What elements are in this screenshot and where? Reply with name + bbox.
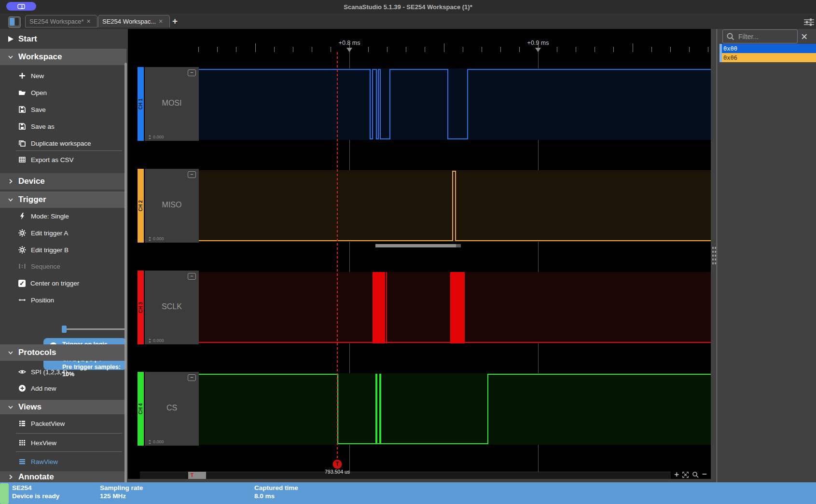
- tab-close-icon[interactable]: ×: [159, 17, 163, 25]
- item-label: HexView: [31, 439, 56, 447]
- channel-color-strip[interactable]: CH 2: [138, 169, 144, 243]
- section-label: Protocols: [18, 348, 56, 357]
- sidebar-item-spi-protocol[interactable]: SPI (1,2,3,4): [0, 367, 126, 377]
- zoom-out-icon[interactable]: −: [702, 470, 707, 479]
- channel-label-panel[interactable]: MISO−0.000: [145, 169, 199, 243]
- decoded-value-row[interactable]: 0x00: [719, 44, 816, 53]
- waveform-segment: [199, 240, 452, 241]
- sidebar-item-duplicate-workspace[interactable]: Duplicate workspace: [0, 138, 126, 149]
- offset-value: 0.000: [153, 135, 164, 139]
- sidebar-section-protocols[interactable]: Protocols: [0, 344, 126, 361]
- horizontal-scrollbar-track[interactable]: [140, 472, 671, 479]
- channel-color-strip[interactable]: CH 1: [138, 67, 144, 141]
- item-label: Save as: [31, 123, 55, 130]
- sidebar-section-device[interactable]: Device: [0, 173, 126, 190]
- clock-burst-block: [450, 272, 465, 343]
- ruler-tick: [293, 47, 293, 52]
- ruler-tick: [689, 47, 690, 52]
- floppy-save-icon: [18, 106, 26, 113]
- sidebar-section-trigger[interactable]: Trigger: [0, 191, 126, 208]
- time-marker-label: +0.9 ms: [527, 40, 549, 46]
- decoded-value: 0x00: [723, 45, 737, 52]
- hex-grid-icon: [18, 439, 26, 447]
- sidebar-section-workspace[interactable]: Workspace: [0, 49, 126, 65]
- sidebar-item-edit-trigger-b[interactable]: Edit trigger B: [0, 245, 126, 255]
- time-marker-label: +0.8 ms: [339, 40, 360, 46]
- waveform-segment: [199, 374, 337, 375]
- filter-box[interactable]: [722, 29, 798, 43]
- channel-minimize-button[interactable]: −: [188, 69, 196, 76]
- sidebar-item-center-on-trigger[interactable]: ✓ Center on trigger: [0, 278, 126, 288]
- new-tab-button[interactable]: +: [172, 16, 178, 26]
- sidebar-divider: [16, 150, 122, 151]
- waveform-edge: [376, 374, 377, 444]
- tab-close-icon[interactable]: ×: [87, 17, 91, 25]
- waveform-segment: [455, 240, 711, 241]
- waveform-edge: [372, 69, 373, 139]
- decoded-value-row[interactable]: 0x06: [719, 53, 816, 62]
- tab-workspace-2-active[interactable]: SE254 Workspac... ×: [98, 15, 170, 27]
- copy-icon: [18, 139, 26, 147]
- channel-minimize-button[interactable]: −: [188, 171, 196, 178]
- status-captured-time: Captured time 8.0 ms: [254, 484, 298, 500]
- zoom-in-icon[interactable]: +: [674, 470, 679, 479]
- chevron-right-icon: [6, 474, 15, 480]
- ruler-tick: [312, 47, 312, 52]
- ruler-tick: [274, 47, 275, 52]
- ruler-tick: [255, 43, 256, 52]
- status-sampling-rate: Sampling rate 125 MHz: [100, 484, 143, 500]
- waveform-edge: [380, 374, 381, 444]
- panel-close-icon[interactable]: ×: [801, 30, 807, 43]
- waveform-segment: [199, 69, 370, 70]
- position-slider-track[interactable]: [62, 328, 124, 330]
- checkbox-checked-icon[interactable]: ✓: [18, 280, 26, 287]
- sidebar-item-new[interactable]: New: [0, 70, 126, 81]
- item-label: Edit trigger A: [31, 230, 68, 237]
- channel-label-panel[interactable]: MOSI−0.000: [145, 67, 199, 141]
- sidebar-item-save-as[interactable]: Save as: [0, 121, 126, 132]
- ruler-tick: [444, 43, 444, 52]
- channel-label-panel[interactable]: SCLK−0.000: [145, 271, 199, 344]
- horizontal-scrollbar-thumb[interactable]: T: [188, 472, 206, 479]
- sidebar-section-start[interactable]: Start: [0, 31, 126, 47]
- ruler-tick: [633, 43, 633, 52]
- sidebar-item-rawview-active[interactable]: RawView: [0, 456, 126, 467]
- sidebar-item-add-protocol[interactable]: Add new: [0, 383, 126, 394]
- channel-id-label: CH 4: [138, 403, 143, 414]
- sidebar-item-export-csv[interactable]: Export as CSV: [0, 154, 126, 165]
- status-label: Captured time: [254, 484, 298, 492]
- zoom-search-icon[interactable]: [692, 471, 699, 478]
- tab-workspace-1[interactable]: SE254 Workspace* ×: [25, 15, 97, 27]
- sidebar-item-hexview[interactable]: HexView: [0, 437, 126, 448]
- sidebar-scrollbar-thumb[interactable]: [124, 63, 127, 486]
- tab-overview-icon-left: [10, 18, 14, 26]
- sidebar-section-views[interactable]: Views: [0, 400, 126, 414]
- sidebar-section-annotate[interactable]: Annotate: [0, 471, 126, 482]
- sidebar-item-save[interactable]: Save: [0, 104, 126, 115]
- ruler-tick: [217, 47, 218, 52]
- sidebar-item-edit-trigger-a[interactable]: Edit trigger A: [0, 228, 126, 238]
- channel-label-panel[interactable]: CS−0.000: [145, 372, 199, 446]
- time-marker-triangle-icon[interactable]: [535, 48, 541, 52]
- view-settings-sliders-icon[interactable]: [804, 18, 814, 27]
- fit-screen-icon[interactable]: [682, 472, 689, 478]
- channel-color-strip[interactable]: CH 4: [138, 372, 144, 446]
- channel-minimize-button[interactable]: −: [188, 273, 196, 280]
- item-label: RawView: [31, 458, 58, 465]
- time-marker-triangle-icon[interactable]: [346, 48, 352, 52]
- filter-input[interactable]: [737, 32, 792, 41]
- trigger-marker-badge[interactable]: T: [333, 460, 342, 469]
- sidebar-item-trigger-mode[interactable]: Mode: Single: [0, 211, 126, 221]
- panel-resize-grip[interactable]: [712, 246, 717, 265]
- waveform-segment: [380, 138, 389, 139]
- window-title: ScanaStudio 5.1.39 - SE254 Workspace (1)…: [0, 3, 816, 11]
- channel-waveform-bg: [199, 373, 711, 445]
- decoder-annotation-bar[interactable]: [375, 244, 461, 247]
- raw-bars-icon: [18, 458, 26, 465]
- tab-overview-icon[interactable]: [8, 16, 21, 28]
- channel-color-strip[interactable]: CH 3: [138, 271, 144, 344]
- channel-minimize-button[interactable]: −: [188, 374, 196, 381]
- sidebar-item-open[interactable]: Open: [0, 87, 126, 98]
- position-slider-handle[interactable]: [62, 326, 67, 333]
- sidebar-item-packetview[interactable]: PacketView: [0, 418, 126, 429]
